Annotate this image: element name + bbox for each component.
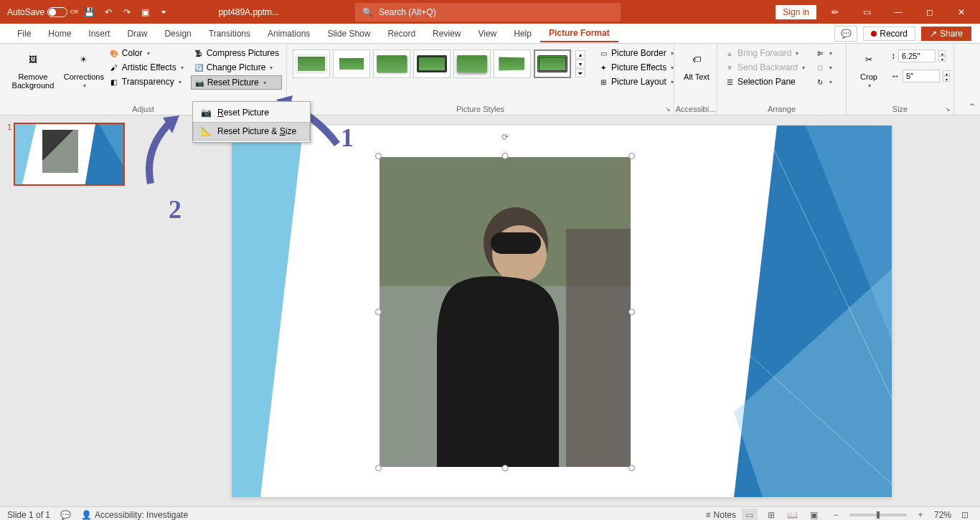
bring-forward-label: Bring Forward [738, 48, 791, 58]
height-up[interactable]: ▴ [938, 50, 946, 56]
annotation-label-2: 2 [169, 194, 182, 224]
selection-pane-button[interactable]: ☰Selection Pane [722, 75, 808, 88]
tab-record[interactable]: Record [379, 26, 424, 42]
ribbon-tabs: File Home Insert Draw Design Transitions… [0, 24, 980, 44]
compress-pictures-button[interactable]: 🗜Compress Pictures [191, 47, 282, 60]
zoom-level[interactable]: 72% [934, 510, 951, 520]
styles-dialog-launcher[interactable]: ↘ [664, 105, 672, 113]
inserted-picture[interactable]: ⟳ [380, 157, 631, 467]
style-thumb-3[interactable] [373, 49, 410, 78]
undo-icon[interactable]: ↶ [101, 5, 116, 19]
comments-button[interactable]: 💬 [834, 26, 857, 42]
remove-background-button[interactable]: 🖼 Remove Background [4, 47, 62, 91]
change-picture-button[interactable]: 🔄Change Picture▾ [191, 61, 282, 74]
ribbon-mode-icon[interactable]: ▭ [854, 2, 880, 22]
sorter-view-button[interactable]: ⊞ [763, 509, 779, 521]
width-up[interactable]: ▴ [943, 70, 950, 76]
autosave-switch[interactable] [47, 7, 67, 17]
tab-help[interactable]: Help [505, 26, 540, 42]
zoom-slider-thumb[interactable] [877, 511, 880, 519]
reset-picture-item[interactable]: 📷 Reset Picture [193, 103, 310, 122]
normal-view-button[interactable]: ▭ [742, 509, 758, 521]
fit-window-button[interactable]: ⊡ [957, 509, 973, 521]
record-button[interactable]: Record [863, 27, 915, 41]
picture-effects-button[interactable]: ✦Picture Effects▾ [595, 61, 677, 74]
group-button[interactable]: ⊡▾ [812, 61, 835, 74]
zoom-in-button[interactable]: + [913, 509, 928, 521]
slide-thumbnail-panel[interactable]: 1 [0, 115, 143, 506]
picture-styles-gallery[interactable]: ▴ ▾ ⏷ [291, 47, 587, 81]
style-thumb-2[interactable] [333, 49, 370, 78]
accessibility-status[interactable]: 👤Accessibility: Investigate [81, 510, 188, 520]
slide-canvas[interactable]: ⟳ [232, 126, 892, 497]
slide-thumbnail-1[interactable] [14, 123, 125, 186]
signin-button[interactable]: Sign in [776, 5, 816, 19]
rotate-handle[interactable]: ⟳ [499, 131, 511, 143]
width-input[interactable] [903, 70, 940, 82]
share-button[interactable]: ↗Share [921, 27, 971, 41]
gallery-more-button[interactable]: ⏷ [575, 69, 585, 77]
tab-insert[interactable]: Insert [80, 26, 118, 42]
corrections-button[interactable]: ☀ Corrections ▾ [66, 47, 102, 90]
slide-canvas-area[interactable]: 1 2 [143, 115, 980, 506]
close-icon[interactable]: ✕ [948, 2, 974, 22]
picture-layout-button[interactable]: ⊞Picture Layout▾ [595, 75, 677, 88]
tab-slideshow[interactable]: Slide Show [319, 26, 379, 42]
reset-picture-button[interactable]: 📷Reset Picture▾ [191, 75, 282, 90]
style-thumb-5[interactable] [453, 49, 491, 78]
tab-draw[interactable]: Draw [118, 26, 156, 42]
language-icon[interactable]: 💬 [60, 510, 71, 520]
tab-view[interactable]: View [469, 26, 505, 42]
style-thumb-7[interactable] [534, 49, 571, 78]
gallery-down-button[interactable]: ▾ [575, 60, 585, 68]
alt-text-button[interactable]: 🏷 Alt Text [679, 47, 715, 82]
size-dialog-launcher[interactable]: ↘ [943, 105, 952, 113]
bring-forward-button[interactable]: ▲Bring Forward▾ [722, 47, 808, 60]
search-box[interactable]: 🔍 [355, 3, 621, 22]
picture-border-button[interactable]: ▭Picture Border▾ [595, 47, 677, 60]
border-label: Picture Border [611, 48, 666, 58]
tab-picture-format[interactable]: Picture Format [540, 25, 618, 42]
minimize-icon[interactable]: — [885, 2, 911, 22]
height-input[interactable] [898, 49, 936, 62]
send-backward-button[interactable]: ▼Send Backward▾ [722, 61, 808, 74]
style-thumb-1[interactable] [293, 49, 330, 78]
save-icon[interactable]: 💾 [83, 5, 97, 19]
coming-soon-icon[interactable]: ✏ [822, 2, 848, 22]
redo-icon[interactable]: ↷ [120, 5, 134, 19]
autosave-toggle[interactable]: AutoSave Off [7, 7, 78, 17]
width-down[interactable]: ▾ [943, 76, 950, 82]
slideshow-view-button[interactable]: ▣ [806, 509, 822, 521]
zoom-slider[interactable] [849, 514, 907, 516]
zoom-out-button[interactable]: − [828, 509, 844, 521]
qat-more-icon[interactable]: ⏷ [157, 5, 171, 19]
crop-button[interactable]: ✂ Crop ▾ [851, 47, 887, 90]
reset-picture-size-item[interactable]: 📐 Reset Picture & Size [193, 122, 310, 141]
tab-home[interactable]: Home [39, 26, 80, 42]
tab-review[interactable]: Review [424, 26, 469, 42]
compress-icon: 🗜 [194, 48, 204, 58]
color-button[interactable]: 🎨Color▾ [106, 47, 187, 60]
maximize-icon[interactable]: ◻ [917, 2, 943, 22]
tab-animations[interactable]: Animations [259, 26, 319, 42]
present-icon[interactable]: ▣ [138, 5, 153, 19]
gallery-up-button[interactable]: ▴ [575, 50, 585, 59]
notes-button[interactable]: ≡Notes [706, 510, 736, 520]
style-thumb-4[interactable] [413, 49, 451, 78]
artistic-effects-button[interactable]: 🖌Artistic Effects▾ [106, 61, 187, 74]
rotate-button[interactable]: ↻▾ [812, 75, 835, 88]
tab-transitions[interactable]: Transitions [200, 26, 259, 42]
chevron-down-icon: ▾ [671, 50, 674, 57]
search-input[interactable] [379, 7, 613, 17]
align-button[interactable]: ⊫▾ [812, 47, 835, 60]
height-down[interactable]: ▾ [938, 56, 946, 62]
tab-design[interactable]: Design [156, 26, 199, 42]
group-icon: ⊡ [815, 62, 825, 72]
notes-icon: ≡ [706, 510, 711, 520]
collapse-ribbon-button[interactable]: ⌃ [969, 102, 976, 112]
reading-view-button[interactable]: 📖 [785, 509, 801, 521]
slide-counter[interactable]: Slide 1 of 1 [7, 510, 50, 520]
tab-file[interactable]: File [9, 26, 39, 42]
style-thumb-6[interactable] [494, 49, 531, 78]
transparency-button[interactable]: ◧Transparency▾ [106, 75, 187, 88]
